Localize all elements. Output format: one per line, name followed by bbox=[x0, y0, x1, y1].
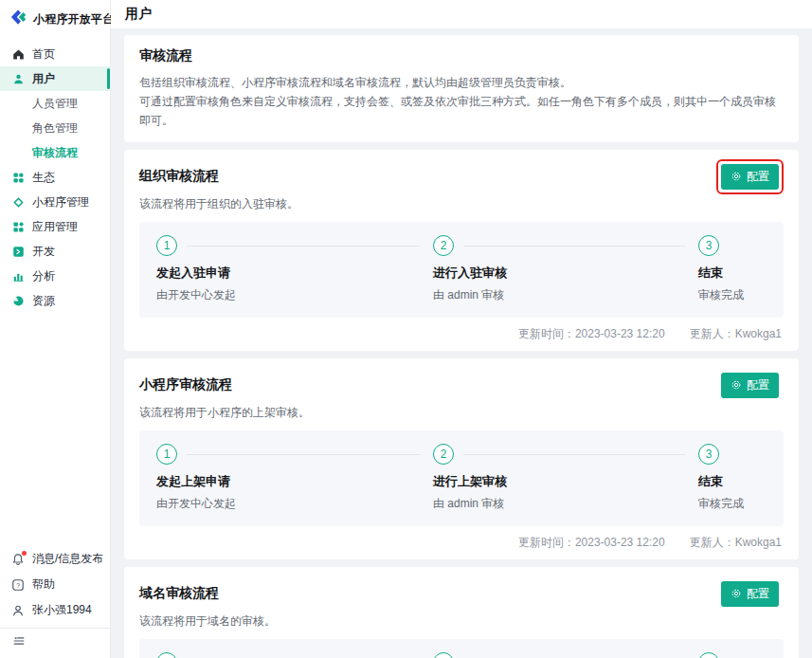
apps-icon bbox=[12, 221, 25, 233]
flow-footer: 更新时间：2023-03-23 12:20 更新人：Kwokga1 bbox=[139, 326, 784, 342]
flow-description: 该流程将用于域名的审核。 bbox=[139, 613, 784, 630]
step-number: 3 bbox=[698, 444, 719, 465]
sidebar-item-label: 分析 bbox=[32, 268, 55, 284]
step-number: 2 bbox=[433, 444, 454, 465]
config-button[interactable]: 配置 bbox=[721, 581, 779, 607]
sidebar-bottom: 消息/信息发布?帮助张小强1994 bbox=[0, 546, 110, 658]
collapse-sidebar-button[interactable] bbox=[0, 631, 110, 654]
flow-title: 组织审核流程 bbox=[139, 168, 219, 185]
gear-icon bbox=[731, 171, 742, 182]
app-root: 小程序开放平台 首页用户人员管理角色管理审核流程生态小程序管理应用管理开发分析资… bbox=[0, 0, 812, 658]
flow-card-header: 组织审核流程 配置 bbox=[139, 161, 784, 192]
step-connector-line bbox=[187, 246, 420, 247]
step-subtitle-text: 由 admin 审核 bbox=[433, 497, 504, 510]
chart-icon bbox=[12, 270, 25, 283]
sidebar-bottom-item-label: 消息/信息发布 bbox=[32, 551, 103, 567]
sidebar-item-ecosystem[interactable]: 生态 bbox=[0, 165, 110, 190]
sidebar-item-label: 小程序管理 bbox=[32, 194, 89, 210]
step-subtitle-text: 审核完成 bbox=[698, 497, 744, 510]
steps-panel: 1发起域名使用申请由开发中心发起2进行域名使用审核由 角色名称1、角色名称2、角… bbox=[139, 639, 784, 658]
sidebar-bottom-item-label: 张小强1994 bbox=[32, 602, 92, 618]
sidebar-item-resources[interactable]: 资源 bbox=[0, 288, 110, 313]
intro-line-1: 包括组织审核流程、小程序审核流程和域名审核流程，默认均由超级管理员负责审核。 bbox=[139, 73, 784, 92]
home-icon bbox=[12, 48, 25, 61]
main-area: 用户 审核流程 包括组织审核流程、小程序审核流程和域名审核流程，默认均由超级管理… bbox=[111, 0, 812, 658]
sidebar-item-label: 审核流程 bbox=[32, 145, 78, 161]
step-subtitle: 审核完成 bbox=[698, 287, 767, 303]
sidebar-item-label: 用户 bbox=[32, 71, 55, 87]
updater-value: Kwokga1 bbox=[735, 536, 782, 549]
updater-label: 更新人： bbox=[690, 327, 735, 340]
step-subtitle-text: 由开发中心发起 bbox=[156, 497, 236, 510]
gear-icon bbox=[731, 379, 742, 391]
sidebar-bottom-items: 消息/信息发布?帮助张小强1994 bbox=[0, 546, 110, 623]
step-3: 3结束审核完成 bbox=[698, 234, 767, 303]
step-1: 1发起域名使用申请由开发中心发起 bbox=[156, 651, 433, 658]
content-area: 审核流程 包括组织审核流程、小程序审核流程和域名审核流程，默认均由超级管理员负责… bbox=[111, 28, 812, 658]
steps-panel: 1发起入驻申请由开发中心发起2进行入驻审核由 admin 审核3结束审核完成 bbox=[139, 222, 784, 318]
step-title: 进行上架审核 bbox=[433, 473, 698, 490]
step-number: 3 bbox=[698, 235, 719, 256]
sidebar: 小程序开放平台 首页用户人员管理角色管理审核流程生态小程序管理应用管理开发分析资… bbox=[0, 0, 111, 658]
steps-panel: 1发起上架申请由开发中心发起2进行上架审核由 admin 审核3结束审核完成 bbox=[139, 430, 784, 526]
flow-title: 域名审核流程 bbox=[139, 585, 219, 602]
bell-icon bbox=[11, 553, 25, 566]
logo-row: 小程序开放平台 bbox=[0, 0, 110, 38]
step-number: 1 bbox=[156, 444, 177, 465]
flow-title: 小程序审核流程 bbox=[139, 376, 232, 393]
flow-description: 该流程将用于组织的入驻审核。 bbox=[139, 196, 784, 212]
step-number: 2 bbox=[433, 652, 454, 658]
updated-time-label: 更新时间： bbox=[518, 327, 575, 340]
updated-time: 更新时间：2023-03-23 12:20 bbox=[518, 326, 665, 342]
flow-card-domain-audit-flow: 域名审核流程 配置 该流程将用于域名的审核。 1发起域名使用申请由开发中心发起2… bbox=[124, 567, 799, 658]
svg-text:?: ? bbox=[16, 580, 20, 589]
flow-card-header: 域名审核流程 配置 bbox=[139, 578, 784, 609]
sidebar-item-users[interactable]: 用户 bbox=[0, 66, 110, 91]
person-icon bbox=[11, 604, 25, 617]
step-subtitle-text: 由 admin 审核 bbox=[433, 288, 504, 302]
step-2: 2进行入驻审核由 admin 审核 bbox=[433, 234, 698, 303]
sidebar-bottom-item-messages[interactable]: 消息/信息发布 bbox=[0, 546, 110, 572]
step-connector-line bbox=[463, 246, 685, 247]
updated-time-label: 更新时间： bbox=[518, 536, 575, 549]
sidebar-bottom-item-account[interactable]: 张小强1994 bbox=[0, 597, 110, 623]
sidebar-item-label: 角色管理 bbox=[32, 120, 78, 137]
flow-card-header: 小程序审核流程 配置 bbox=[139, 370, 784, 400]
step-number: 3 bbox=[698, 652, 719, 658]
sidebar-item-development[interactable]: 开发 bbox=[0, 239, 110, 264]
notification-badge bbox=[22, 551, 27, 556]
step-3: 3结束审核完成 bbox=[698, 651, 767, 658]
flow-description: 该流程将用于小程序的上架审核。 bbox=[139, 405, 784, 421]
step-3: 3结束审核完成 bbox=[698, 443, 767, 512]
step-title: 进行入驻审核 bbox=[433, 265, 698, 282]
sidebar-item-audit-flow[interactable]: 审核流程 bbox=[0, 140, 110, 165]
sidebar-item-label: 人员管理 bbox=[32, 96, 78, 112]
sidebar-item-analysis[interactable]: 分析 bbox=[0, 264, 110, 288]
step-subtitle: 由开发中心发起 bbox=[156, 496, 433, 512]
updater-value: Kwokga1 bbox=[735, 327, 782, 340]
sidebar-item-app-management[interactable]: 应用管理 bbox=[0, 214, 110, 239]
flows-container: 组织审核流程 配置 该流程将用于组织的入驻审核。 1发起入驻申请由开发中心发起2… bbox=[124, 150, 799, 658]
step-connector-line bbox=[187, 454, 420, 455]
updated-time-value: 2023-03-23 12:20 bbox=[575, 327, 665, 340]
sidebar-bottom-item-help[interactable]: ?帮助 bbox=[0, 572, 110, 597]
sidebar-bottom-item-label: 帮助 bbox=[32, 576, 55, 593]
intro-card: 审核流程 包括组织审核流程、小程序审核流程和域名审核流程，默认均由超级管理员负责… bbox=[124, 35, 799, 142]
config-button[interactable]: 配置 bbox=[721, 373, 779, 398]
sidebar-item-role-management[interactable]: 角色管理 bbox=[0, 116, 110, 140]
step-title: 发起入驻申请 bbox=[156, 265, 433, 282]
sidebar-nav: 首页用户人员管理角色管理审核流程生态小程序管理应用管理开发分析资源 bbox=[0, 38, 110, 546]
step-title: 结束 bbox=[698, 473, 767, 490]
config-button-label: 配置 bbox=[747, 377, 769, 393]
step-title: 发起上架申请 bbox=[156, 473, 433, 490]
step-subtitle: 由 admin 审核 bbox=[433, 287, 698, 303]
step-subtitle: 审核完成 bbox=[698, 496, 767, 512]
config-button[interactable]: 配置 bbox=[721, 164, 779, 190]
step-number: 1 bbox=[156, 652, 177, 658]
sidebar-item-miniprogram-management[interactable]: 小程序管理 bbox=[0, 190, 110, 214]
sidebar-item-staff-management[interactable]: 人员管理 bbox=[0, 91, 110, 116]
config-button-annotation: 配置 bbox=[716, 576, 784, 612]
sidebar-item-home[interactable]: 首页 bbox=[0, 42, 110, 66]
app-title: 小程序开放平台 bbox=[33, 11, 114, 27]
step-1: 1发起上架申请由开发中心发起 bbox=[156, 443, 433, 512]
